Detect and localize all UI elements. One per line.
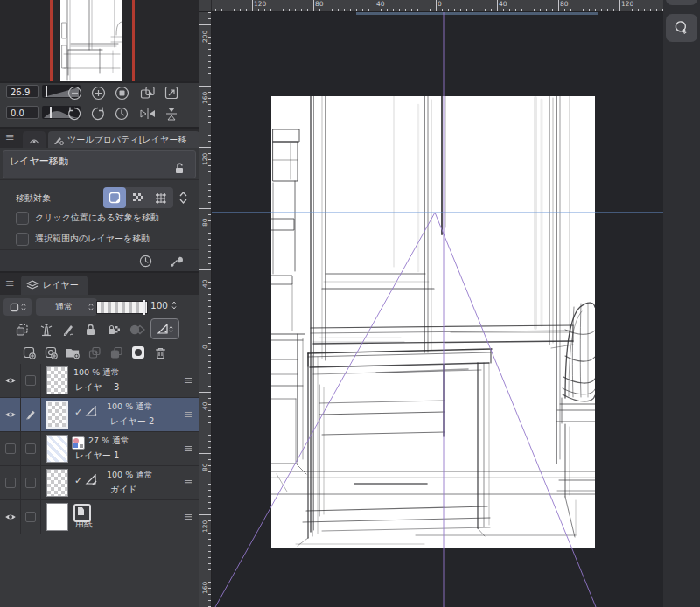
layer-tab-label: レイヤー [43,279,79,291]
navigator-view-border-right[interactable] [132,0,135,81]
palette-color-combo[interactable] [4,298,32,316]
rotate-left-button[interactable] [65,104,84,123]
wrench-settings-button[interactable] [166,251,186,270]
create-layer-mask-button[interactable] [129,343,148,362]
visibility-toggle[interactable] [0,364,21,397]
editing-pen-indicator[interactable] [20,398,41,431]
layer-thumbnail[interactable] [46,469,68,497]
checkbox [5,443,16,454]
subtool-icon [28,135,40,145]
move-at-click-label: クリック位置にある対象を移動 [35,212,159,224]
tab-tool-property[interactable]: ツールプロパティ[レイヤー移 [48,131,200,148]
layer-color-icon [10,303,19,312]
move-target-layer-button[interactable] [103,187,126,208]
move-target-stepper[interactable] [177,187,189,208]
layer-opacity-value[interactable]: 100 [150,300,168,310]
ruler-range-button[interactable] [150,318,179,339]
layer-row-paper[interactable]: 用紙 ≡ [0,500,200,534]
checkbox [25,443,36,454]
merge-with-layer-below-button[interactable] [107,343,126,362]
reset-rotation-button[interactable] [112,104,131,123]
panel-menu-icon[interactable]: ≡ [5,276,15,290]
ruler-label: 0 [202,331,209,349]
layer-panel: ≡ レイヤー 通常 100 [0,273,200,607]
visibility-toggle[interactable] [0,432,21,465]
opacity-stepper[interactable] [172,300,177,310]
rotate-right-button[interactable] [88,104,108,123]
edit-target-checkbox[interactable] [20,500,41,534]
layer-thumbnail[interactable] [46,366,68,394]
layer-thumbnail[interactable] [46,435,68,463]
blend-mode-dropdown[interactable]: 通常 [36,298,97,316]
layer-opacity-slider[interactable] [96,301,148,314]
panel-menu-icon[interactable]: ≡ [5,130,15,143]
layer-thumbnail[interactable] [46,503,68,531]
zoom-out-button[interactable] [65,83,84,102]
new-layer-dialog-button[interactable] [41,343,60,362]
layer-list: 100 % 通常 レイヤー 3 ≡ ✓ 100 % 通常 レイヤー 2 ≡ [0,364,200,607]
visibility-toggle[interactable] [0,398,21,431]
lock-transparent-pixels-button[interactable] [104,320,123,339]
move-target-tone-button[interactable] [126,187,149,208]
reset-defaults-button[interactable] [136,251,155,270]
navigator-panel [0,0,200,81]
zoom-value-field[interactable]: 26.9 [6,85,38,98]
unlock-icon[interactable] [174,163,185,174]
right-edge-toolbar [663,0,700,607]
navigator-view-border-left[interactable] [50,0,52,81]
eye-icon [4,376,17,385]
horizontal-ruler[interactable]: 120804004080120 [212,0,663,12]
transfer-to-layer-below-button[interactable] [85,343,104,362]
move-target-grid-button[interactable] [149,187,172,208]
vertical-ruler[interactable]: 200160120804004080120160 [200,12,212,607]
edge-button-partial[interactable] [666,0,697,5]
new-folder-button[interactable] [63,343,82,362]
lock-layer-button[interactable] [80,320,100,339]
zoom-in-button[interactable] [88,83,108,102]
edit-target-checkbox[interactable] [20,466,41,499]
flip-vertical-button[interactable] [162,104,181,123]
checkbox [5,478,16,488]
visibility-toggle[interactable] [0,466,21,499]
move-layers-in-selection-checkbox[interactable] [16,233,29,246]
delete-layer-button[interactable] [150,343,170,362]
zoom-100-button[interactable] [112,83,131,102]
layer-grip-icon[interactable]: ≡ [184,476,193,489]
move-at-click-checkbox[interactable] [16,212,29,225]
ruler-label: 40 [499,1,508,8]
reference-layer-button[interactable] [37,320,56,339]
rotation-value-field[interactable]: 0.0 [6,106,38,119]
layer-row-guide[interactable]: ✓ 100 % 通常 ガイド ≡ [0,466,200,500]
tab-layer[interactable]: レイヤー [21,276,88,295]
tool-property-tabbar: ≡ ツールプロパティ[レイヤー移 [0,129,200,148]
layer-grip-icon[interactable]: ≡ [184,442,193,455]
clip-studio-paint-window: 26.9 0.0 [0,0,700,607]
edit-target-checkbox[interactable] [20,364,41,397]
fit-to-window-button[interactable] [162,83,181,102]
flip-horizontal-button[interactable] [138,104,158,123]
draft-layer-button[interactable] [59,320,78,339]
layer-row-2-selected[interactable]: ✓ 100 % 通常 レイヤー 2 ≡ [0,398,200,432]
ruler-label: 0 [438,1,442,8]
tab-subtool[interactable] [23,131,46,148]
edit-target-checkbox[interactable] [20,432,41,465]
clip-to-layer-below-button[interactable] [12,320,32,339]
eye-icon [4,410,17,419]
enable-mask-button[interactable] [128,320,147,339]
ruler-badge-icon [85,406,97,416]
layer-grip-icon[interactable]: ≡ [184,373,193,387]
hint-button[interactable] [666,14,697,42]
layer-name: 用紙 [75,518,93,530]
option-row: クリック位置にある対象を移動 [16,212,159,224]
layer-grip-icon[interactable]: ≡ [184,408,193,421]
new-raster-layer-button[interactable] [19,343,38,362]
fit-to-screen-button[interactable] [138,83,158,102]
navigator-thumbnail[interactable] [60,0,122,81]
visibility-toggle[interactable] [0,500,21,534]
layer-grip-icon[interactable]: ≡ [184,510,193,523]
layer-row-1[interactable]: 27 % 通常 レイヤー 1 ≡ [0,432,200,466]
canvas-viewport[interactable] [212,12,663,607]
ruler-label: 120 [621,1,634,8]
layer-row-3[interactable]: 100 % 通常 レイヤー 3 ≡ [0,364,200,398]
layer-thumbnail[interactable] [46,401,68,429]
